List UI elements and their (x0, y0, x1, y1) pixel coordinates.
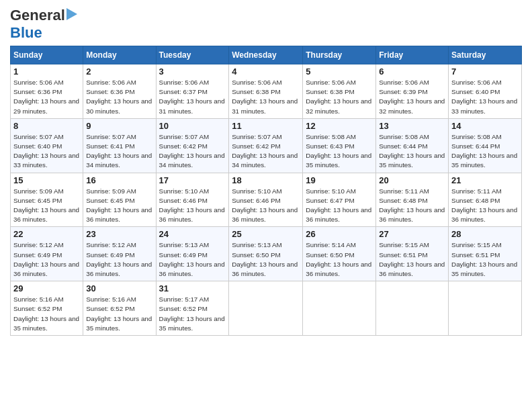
day-number: 27 (379, 229, 445, 239)
calendar-cell: 18 Sunrise: 5:10 AMSunset: 6:46 PMDaylig… (229, 173, 303, 227)
day-number: 4 (232, 66, 300, 77)
calendar-cell: 24 Sunrise: 5:13 AMSunset: 6:49 PMDaylig… (156, 227, 229, 281)
day-info: Sunrise: 5:06 AMSunset: 6:36 PMDaylight:… (86, 79, 152, 115)
day-number: 25 (232, 229, 300, 239)
calendar-cell: 10 Sunrise: 5:07 AMSunset: 6:42 PMDaylig… (156, 118, 229, 173)
calendar-table: SundayMondayTuesdayWednesdayThursdayFrid… (10, 46, 522, 336)
calendar-cell: 11 Sunrise: 5:07 AMSunset: 6:42 PMDaylig… (229, 118, 303, 173)
calendar-week-3: 15 Sunrise: 5:09 AMSunset: 6:45 PMDaylig… (11, 173, 522, 227)
day-info: Sunrise: 5:12 AMSunset: 6:49 PMDaylight:… (13, 241, 79, 277)
weekday-header-wednesday: Wednesday (229, 46, 303, 64)
day-number: 15 (13, 175, 80, 185)
logo-arrow (66, 8, 77, 23)
day-number: 31 (159, 283, 226, 293)
day-number: 20 (379, 175, 445, 185)
day-number: 28 (451, 229, 519, 239)
day-number: 1 (13, 66, 80, 77)
day-number: 6 (379, 66, 445, 77)
logo: General Blue (10, 7, 77, 42)
day-number: 10 (159, 121, 226, 131)
calendar-cell: 22 Sunrise: 5:12 AMSunset: 6:49 PMDaylig… (11, 227, 83, 281)
day-number: 29 (13, 283, 80, 293)
calendar-cell (449, 281, 522, 336)
calendar-cell: 1 Sunrise: 5:06 AMSunset: 6:36 PMDayligh… (11, 64, 83, 119)
day-number: 8 (13, 121, 80, 131)
day-number: 17 (159, 175, 226, 185)
calendar-cell: 4 Sunrise: 5:06 AMSunset: 6:38 PMDayligh… (229, 64, 303, 119)
day-info: Sunrise: 5:06 AMSunset: 6:36 PMDaylight:… (13, 79, 79, 115)
day-number: 7 (451, 66, 519, 77)
day-number: 5 (306, 66, 373, 77)
day-number: 9 (86, 121, 152, 131)
day-number: 22 (13, 229, 80, 239)
calendar-cell: 19 Sunrise: 5:10 AMSunset: 6:47 PMDaylig… (303, 173, 376, 227)
day-number: 30 (86, 283, 152, 293)
day-info: Sunrise: 5:12 AMSunset: 6:49 PMDaylight:… (86, 241, 152, 277)
calendar-cell (376, 281, 449, 336)
day-info: Sunrise: 5:11 AMSunset: 6:48 PMDaylight:… (451, 187, 517, 224)
weekday-header-sunday: Sunday (11, 46, 83, 64)
day-info: Sunrise: 5:08 AMSunset: 6:44 PMDaylight:… (451, 133, 517, 169)
day-number: 18 (232, 175, 300, 185)
day-info: Sunrise: 5:06 AMSunset: 6:37 PMDaylight:… (159, 79, 225, 115)
day-info: Sunrise: 5:14 AMSunset: 6:50 PMDaylight:… (306, 241, 371, 277)
day-info: Sunrise: 5:07 AMSunset: 6:40 PMDaylight:… (13, 133, 79, 169)
calendar-cell: 26 Sunrise: 5:14 AMSunset: 6:50 PMDaylig… (303, 227, 376, 281)
calendar-cell: 3 Sunrise: 5:06 AMSunset: 6:37 PMDayligh… (156, 64, 229, 119)
calendar-cell: 29 Sunrise: 5:16 AMSunset: 6:52 PMDaylig… (11, 281, 83, 336)
calendar-cell: 27 Sunrise: 5:15 AMSunset: 6:51 PMDaylig… (376, 227, 449, 281)
svg-marker-0 (66, 8, 77, 20)
calendar-cell: 5 Sunrise: 5:06 AMSunset: 6:38 PMDayligh… (303, 64, 376, 119)
calendar-cell: 25 Sunrise: 5:13 AMSunset: 6:50 PMDaylig… (229, 227, 303, 281)
calendar-cell: 20 Sunrise: 5:11 AMSunset: 6:48 PMDaylig… (376, 173, 449, 227)
weekday-header-saturday: Saturday (449, 46, 522, 64)
weekday-header-monday: Monday (83, 46, 156, 64)
calendar-cell: 12 Sunrise: 5:08 AMSunset: 6:43 PMDaylig… (303, 118, 376, 173)
calendar-cell: 30 Sunrise: 5:16 AMSunset: 6:52 PMDaylig… (83, 281, 156, 336)
calendar-cell: 23 Sunrise: 5:12 AMSunset: 6:49 PMDaylig… (83, 227, 156, 281)
logo-general: General (10, 7, 65, 24)
day-number: 2 (86, 66, 152, 77)
calendar-cell: 2 Sunrise: 5:06 AMSunset: 6:36 PMDayligh… (83, 64, 156, 119)
day-info: Sunrise: 5:06 AMSunset: 6:38 PMDaylight:… (232, 79, 298, 115)
weekday-header-friday: Friday (376, 46, 449, 64)
day-info: Sunrise: 5:06 AMSunset: 6:38 PMDaylight:… (306, 79, 371, 115)
calendar-cell: 7 Sunrise: 5:06 AMSunset: 6:40 PMDayligh… (449, 64, 522, 119)
day-info: Sunrise: 5:07 AMSunset: 6:42 PMDaylight:… (232, 133, 298, 169)
calendar-body: 1 Sunrise: 5:06 AMSunset: 6:36 PMDayligh… (11, 64, 522, 336)
logo-blue: Blue (10, 24, 42, 41)
day-number: 12 (306, 121, 373, 131)
day-info: Sunrise: 5:10 AMSunset: 6:47 PMDaylight:… (306, 187, 371, 224)
day-number: 19 (306, 175, 373, 185)
day-info: Sunrise: 5:13 AMSunset: 6:49 PMDaylight:… (159, 241, 225, 277)
day-info: Sunrise: 5:06 AMSunset: 6:39 PMDaylight:… (379, 79, 445, 115)
calendar-cell (303, 281, 376, 336)
calendar-cell: 21 Sunrise: 5:11 AMSunset: 6:48 PMDaylig… (449, 173, 522, 227)
calendar-cell: 6 Sunrise: 5:06 AMSunset: 6:39 PMDayligh… (376, 64, 449, 119)
day-info: Sunrise: 5:15 AMSunset: 6:51 PMDaylight:… (379, 241, 445, 277)
calendar-cell: 16 Sunrise: 5:09 AMSunset: 6:45 PMDaylig… (83, 173, 156, 227)
day-info: Sunrise: 5:07 AMSunset: 6:42 PMDaylight:… (159, 133, 225, 169)
day-info: Sunrise: 5:17 AMSunset: 6:52 PMDaylight:… (159, 295, 225, 332)
calendar-cell (229, 281, 303, 336)
calendar-week-1: 1 Sunrise: 5:06 AMSunset: 6:36 PMDayligh… (11, 64, 522, 119)
day-number: 26 (306, 229, 373, 239)
day-number: 3 (159, 66, 226, 77)
day-number: 24 (159, 229, 226, 239)
calendar-cell: 17 Sunrise: 5:10 AMSunset: 6:46 PMDaylig… (156, 173, 229, 227)
calendar-cell: 14 Sunrise: 5:08 AMSunset: 6:44 PMDaylig… (449, 118, 522, 173)
calendar-cell: 31 Sunrise: 5:17 AMSunset: 6:52 PMDaylig… (156, 281, 229, 336)
day-number: 13 (379, 121, 445, 131)
calendar-week-5: 29 Sunrise: 5:16 AMSunset: 6:52 PMDaylig… (11, 281, 522, 336)
day-info: Sunrise: 5:10 AMSunset: 6:46 PMDaylight:… (232, 187, 298, 224)
day-info: Sunrise: 5:07 AMSunset: 6:41 PMDaylight:… (86, 133, 152, 169)
day-number: 16 (86, 175, 152, 185)
calendar-cell: 28 Sunrise: 5:15 AMSunset: 6:51 PMDaylig… (449, 227, 522, 281)
weekday-header-row: SundayMondayTuesdayWednesdayThursdayFrid… (11, 46, 522, 64)
day-info: Sunrise: 5:08 AMSunset: 6:44 PMDaylight:… (379, 133, 445, 169)
day-info: Sunrise: 5:08 AMSunset: 6:43 PMDaylight:… (306, 133, 371, 169)
calendar-cell: 15 Sunrise: 5:09 AMSunset: 6:45 PMDaylig… (11, 173, 83, 227)
day-number: 23 (86, 229, 152, 239)
day-info: Sunrise: 5:09 AMSunset: 6:45 PMDaylight:… (13, 187, 79, 224)
day-number: 21 (451, 175, 519, 185)
